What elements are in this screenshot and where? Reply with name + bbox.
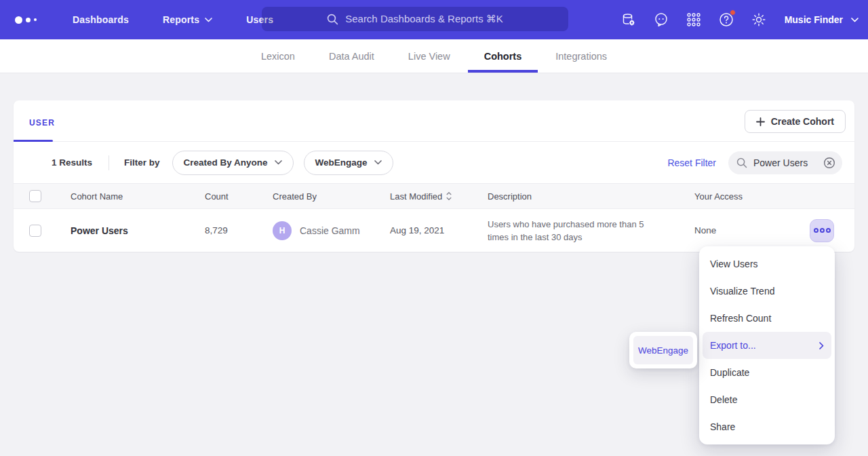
filter-dropdown-label: Created By Anyone (184, 157, 268, 168)
filter-by-label: Filter by (124, 157, 160, 168)
more-options-button[interactable] (810, 219, 834, 242)
col-header-description: Description (488, 191, 694, 202)
tab-label: Live View (408, 51, 450, 62)
cohort-type-tab-user[interactable]: USER (29, 118, 55, 128)
tab-label: Data Audit (329, 51, 374, 62)
search-icon (736, 157, 747, 168)
menu-item-label: Share (710, 421, 735, 432)
tab-label: Lexicon (261, 51, 295, 62)
chevron-down-icon (374, 160, 382, 165)
reset-filter-link[interactable]: Reset Filter (667, 157, 716, 168)
sort-icon (446, 191, 452, 201)
settings-icon[interactable] (743, 0, 775, 39)
cohort-search-box (728, 151, 842, 174)
create-cohort-label: Create Cohort (771, 116, 834, 127)
tab-integrations[interactable]: Integrations (539, 39, 623, 73)
cohort-name-cell[interactable]: Power Users (71, 225, 205, 236)
tab-cohorts[interactable]: Cohorts (468, 39, 538, 73)
created-by-filter-dropdown[interactable]: Created By Anyone (172, 151, 294, 175)
top-navbar: Dashboards Reports Users Search Dashboar… (0, 0, 868, 39)
tab-label: Cohorts (484, 51, 522, 62)
apps-grid-icon[interactable] (677, 0, 710, 39)
feedback-icon[interactable] (645, 0, 677, 39)
project-switcher[interactable]: Music Finder (785, 14, 859, 25)
count-cell: 8,729 (205, 225, 273, 235)
notification-dot (730, 10, 736, 16)
menu-item-view-users[interactable]: View Users (699, 250, 835, 278)
tab-data-audit[interactable]: Data Audit (313, 39, 391, 73)
filter-toolbar: 1 Results Filter by Created By Anyone We… (14, 142, 854, 183)
menu-item-label: Visualize Trend (710, 286, 774, 297)
menu-item-delete[interactable]: Delete (699, 386, 835, 413)
chevron-down-icon (275, 160, 282, 165)
description-cell: Users who have purchased more than 5 tim… (488, 218, 694, 244)
panel-header: USER Create Cohort (14, 100, 854, 142)
menu-item-label: Export to... (710, 340, 756, 351)
menu-item-label: Refresh Count (710, 313, 771, 324)
filter-dropdown-label: WebEngage (315, 157, 368, 168)
col-header-last-modified[interactable]: Last Modified (390, 191, 452, 202)
menu-item-label: Delete (710, 394, 737, 405)
last-modified-cell: Aug 19, 2021 (390, 225, 488, 235)
user-tab-label: USER (29, 118, 55, 128)
clear-search-icon[interactable] (823, 157, 835, 169)
export-submenu: WebEngage (629, 332, 697, 368)
tab-live-view[interactable]: Live View (392, 39, 467, 73)
table-header-row: Cohort Name Count Created By Last Modifi… (14, 183, 854, 209)
menu-item-label: Duplicate (710, 367, 749, 378)
menu-item-refresh-count[interactable]: Refresh Count (699, 305, 835, 332)
nav-links: Dashboards Reports Users (56, 0, 290, 39)
col-header-your-access: Your Access (694, 191, 769, 202)
tab-label: Integrations (555, 51, 607, 62)
col-header-count: Count (205, 191, 273, 202)
menu-item-label: View Users (710, 259, 758, 269)
nav-link-label: Reports (163, 14, 199, 25)
your-access-cell: None (694, 225, 769, 235)
plus-icon (756, 117, 765, 126)
created-by-name: Cassie Gamm (300, 225, 360, 236)
col-header-cohort-name: Cohort Name (71, 191, 205, 202)
table-row[interactable]: Power Users 8,729 H Cassie Gamm Aug 19, … (14, 209, 854, 252)
menu-item-export-to[interactable]: Export to... (703, 332, 831, 359)
integration-filter-dropdown[interactable]: WebEngage (304, 151, 393, 175)
search-icon (327, 14, 338, 25)
avatar: H (273, 221, 292, 240)
menu-item-share[interactable]: Share (699, 413, 835, 440)
mixpanel-logo[interactable] (15, 16, 45, 24)
nav-link-label: Dashboards (73, 14, 129, 25)
submenu-item-webengage[interactable]: WebEngage (633, 336, 693, 364)
section-tabbar: Lexicon Data Audit Live View Cohorts Int… (0, 39, 868, 73)
cohorts-panel: USER Create Cohort 1 Results Filter by C… (14, 100, 854, 252)
created-by-cell: H Cassie Gamm (273, 221, 390, 240)
tab-lexicon[interactable]: Lexicon (245, 39, 311, 73)
row-context-menu: View Users Visualize Trend Refresh Count… (699, 246, 835, 444)
col-header-created-by: Created By (273, 191, 390, 202)
row-checkbox[interactable] (29, 225, 41, 237)
chevron-down-icon (205, 18, 212, 22)
chevron-down-icon (851, 18, 859, 22)
select-all-checkbox[interactable] (29, 190, 41, 202)
row-actions (769, 219, 854, 242)
filter-toolbar-right: Reset Filter (667, 151, 842, 174)
menu-item-duplicate[interactable]: Duplicate (699, 359, 835, 386)
create-cohort-button[interactable]: Create Cohort (745, 110, 846, 133)
results-count: 1 Results (52, 157, 92, 168)
cohort-search-input[interactable] (753, 157, 817, 168)
project-name: Music Finder (785, 14, 843, 25)
data-management-icon[interactable] (612, 0, 645, 39)
col-header-label: Last Modified (390, 191, 442, 202)
navbar-right: Music Finder (612, 0, 859, 39)
submenu-item-label: WebEngage (638, 345, 688, 356)
divider (108, 155, 109, 170)
menu-item-visualize-trend[interactable]: Visualize Trend (699, 278, 835, 305)
nav-link-dashboards[interactable]: Dashboards (56, 0, 146, 39)
chevron-right-icon (819, 342, 824, 349)
help-icon[interactable] (710, 0, 743, 39)
global-search-bar[interactable]: Search Dashboards & Reports ⌘K (262, 7, 568, 31)
nav-link-reports[interactable]: Reports (146, 0, 229, 39)
global-search-placeholder: Search Dashboards & Reports ⌘K (345, 13, 503, 25)
